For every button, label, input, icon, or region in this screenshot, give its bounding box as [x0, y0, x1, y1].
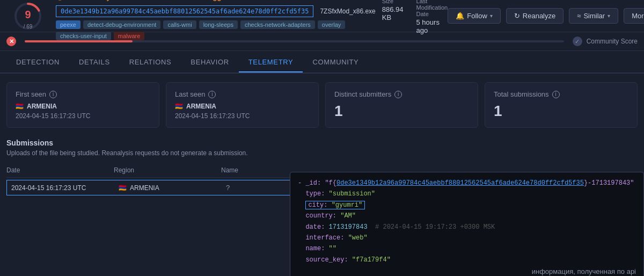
last-seen-country-name: ARMENIA — [186, 103, 216, 110]
tab-telemetry[interactable]: TELEMETRY — [239, 53, 303, 72]
size-block: Size 886.94 KB — [382, 0, 404, 34]
last-seen-date: 2024-04-15 16:17:23 UTC — [175, 112, 310, 120]
follow-label: Follow — [467, 12, 487, 20]
row-name: ? — [226, 184, 230, 192]
distinct-submitters-title: Distinct submitters i — [334, 90, 469, 98]
first-seen-country: 🇦🇲 ARMENIA — [16, 103, 150, 110]
submissions-subtitle: Uploads of the file being studied. Reana… — [6, 149, 638, 157]
alert-text: 9/69 security vendors and no sandboxes f… — [68, 0, 299, 1]
last-seen-country: 🇦🇲 ARMENIA — [175, 103, 310, 110]
tooltip-id-hash: 0de3e1349b12a96a99784c45aebbf88012562545… — [336, 179, 584, 187]
community-x-icon: ✕ — [6, 37, 16, 46]
distinct-submitters-info-icon: i — [394, 91, 402, 98]
distinct-submitters-value: 1 — [334, 103, 469, 120]
follow-caret: ▾ — [490, 13, 493, 19]
score-circle-wrap: 9 / 69 — [6, 0, 49, 32]
total-submissions-label: Total submissions — [494, 90, 549, 98]
last-seen-info-icon: i — [208, 91, 216, 98]
total-submissions-value: 1 — [494, 103, 628, 120]
score-denom: / 69 — [24, 24, 33, 30]
total-submissions-info-icon: i — [552, 91, 560, 98]
more-label: More — [632, 12, 644, 20]
mod-date-label: Last Modification Date — [416, 0, 448, 17]
tooltip-line-6: interface: "web" — [298, 233, 636, 243]
reanalyze-button[interactable]: ↻ Reanalyze — [506, 8, 564, 24]
file-meta: Size 886.94 KB Last Modification Date 5 … — [382, 0, 448, 34]
tooltip-line-4: country: "AM" — [298, 210, 636, 221]
header-actions: 🔔 Follow ▾ ↻ Reanalyze ≈ Similar ▾ More … — [448, 3, 644, 29]
tab-details[interactable]: DETAILS — [69, 53, 120, 72]
tag-peexe[interactable]: peexe — [56, 20, 80, 29]
score-circle: 9 / 69 — [13, 2, 42, 31]
size-value: 886.94 KB — [382, 5, 404, 21]
similar-button[interactable]: ≈ Similar ▾ — [569, 8, 618, 24]
hash-filename-row: 0de3e1349b12a96a99784c45aebbf88012562545… — [56, 5, 376, 17]
col-date: Date — [6, 166, 114, 174]
first-seen-card: First seen i 🇦🇲 ARMENIA 2024-04-15 16:17… — [6, 82, 159, 128]
tab-relations[interactable]: RELATIONS — [120, 53, 181, 72]
distinct-submitters-label: Distinct submitters — [334, 90, 391, 98]
community-check-icon: ✓ — [573, 37, 582, 46]
mod-date-block: Last Modification Date 5 hours ago — [416, 0, 448, 34]
last-seen-label: Last seen — [175, 90, 205, 98]
follow-button[interactable]: 🔔 Follow ▾ — [448, 8, 501, 24]
tooltip-line-1: - _id: "f{0de3e1349b12a96a99784c45aebbf8… — [298, 178, 636, 188]
first-seen-date: 2024-04-15 16:17:23 UTC — [16, 112, 150, 120]
tooltip-overlay: - _id: "f{0de3e1349b12a96a99784c45aebbf8… — [290, 172, 644, 276]
tab-community[interactable]: COMMUNITY — [303, 53, 368, 72]
similar-caret: ▾ — [608, 13, 610, 19]
tag-long-sleeps[interactable]: long-sleeps — [199, 20, 238, 29]
row-region: 🇦🇲 ARMENIA — [119, 184, 226, 192]
bell-icon: 🔔 — [456, 12, 464, 20]
distinct-submitters-card: Distinct submitters i 1 — [325, 82, 478, 128]
tag-calls-wmi[interactable]: calls-wmi — [163, 20, 196, 29]
row-region-flag: 🇦🇲 — [119, 184, 127, 192]
armenia-flag-2: 🇦🇲 — [175, 103, 183, 110]
mod-date-value: 5 hours ago — [416, 18, 448, 34]
tooltip-line-3: city: "gyumri" — [298, 200, 636, 210]
tag-checks-network[interactable]: checks-network-adapters — [240, 20, 315, 29]
total-submissions-title: Total submissions i — [494, 90, 628, 98]
file-hash[interactable]: 0de3e1349b12a96a99784c45aebbf88012562545… — [56, 5, 313, 17]
stats-row: First seen i 🇦🇲 ARMENIA 2024-04-15 16:17… — [6, 82, 638, 128]
row-region-name: ARMENIA — [130, 184, 159, 192]
score-value: 9 — [25, 9, 31, 21]
tooltip-api-note: информация, полученная по api — [298, 267, 636, 275]
tab-behavior[interactable]: BEHAVIOR — [181, 53, 238, 72]
first-seen-info-icon: i — [49, 91, 57, 98]
tag-detect-debug[interactable]: detect-debug-environment — [83, 20, 160, 29]
alert-row: ⓘ 9/69 security vendors and no sandboxes… — [56, 0, 376, 2]
col-region: Region — [114, 166, 221, 174]
first-seen-country-name: ARMENIA — [27, 103, 57, 110]
tooltip-line-5: date: 1713197843 # 2024-04-15 19:17:23 +… — [298, 222, 636, 233]
size-label: Size — [382, 0, 404, 4]
similar-label: Similar — [583, 12, 605, 20]
row-date: 2024-04-15 16:17:23 UTC — [11, 184, 119, 192]
alert-icon: ⓘ — [56, 0, 64, 2]
refresh-icon: ↻ — [514, 12, 520, 20]
reanalyze-label: Reanalyze — [523, 12, 555, 20]
first-seen-label: First seen — [16, 90, 46, 98]
first-seen-title: First seen i — [16, 90, 150, 98]
tooltip-line-2: type: "submission" — [298, 188, 636, 199]
tag-malware[interactable]: malware — [114, 32, 145, 40]
tag-checks-user-input[interactable]: checks-user-input — [56, 32, 111, 40]
armenia-flag-1: 🇦🇲 — [16, 103, 24, 110]
submissions-title: Submissions — [6, 139, 638, 147]
tabs-bar: DETECTION DETAILS RELATIONS BEHAVIOR TEL… — [0, 51, 644, 74]
last-seen-title: Last seen i — [175, 90, 310, 98]
header-main: ⓘ 9/69 security vendors and no sandboxes… — [49, 0, 382, 45]
community-progress — [25, 40, 564, 42]
last-seen-card: Last seen i 🇦🇲 ARMENIA 2024-04-15 16:17:… — [166, 82, 319, 128]
tooltip-line-7: name: "" — [298, 243, 636, 254]
filename: 7ZSfxMod_x86.exe — [320, 8, 375, 15]
community-score-label: Community Score — [587, 38, 638, 45]
total-submissions-card: Total submissions i 1 — [485, 82, 638, 128]
more-button[interactable]: More ▾ — [624, 8, 644, 24]
tooltip-line-8: source_key: "f7a179f4" — [298, 255, 636, 265]
community-progress-fill — [25, 40, 133, 42]
similar-icon: ≈ — [577, 12, 581, 20]
tag-overlay[interactable]: overlay — [318, 20, 345, 29]
tags-row: peexe detect-debug-environment calls-wmi… — [56, 20, 376, 40]
tab-detection[interactable]: DETECTION — [6, 53, 69, 72]
